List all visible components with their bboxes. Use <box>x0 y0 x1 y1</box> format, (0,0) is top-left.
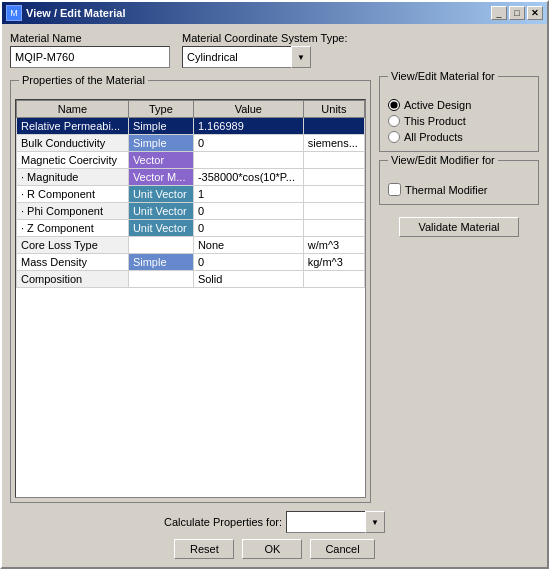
cell-name: Magnetic Coercivity <box>17 152 129 169</box>
table-row[interactable]: CompositionSolid <box>17 271 365 288</box>
table-row[interactable]: Mass DensitySimple0kg/m^3 <box>17 254 365 271</box>
close-button[interactable]: ✕ <box>527 6 543 20</box>
view-edit-modifier-title: View/Edit Modifier for <box>388 154 498 166</box>
main-window: M View / Edit Material _ □ ✕ Material Na… <box>0 0 549 569</box>
bottom-section: Calculate Properties for: ▼ Reset OK Can… <box>10 511 539 559</box>
thermal-modifier-label: Thermal Modifier <box>405 184 488 196</box>
table-row[interactable]: Core Loss TypeNonew/m^3 <box>17 237 365 254</box>
maximize-button[interactable]: □ <box>509 6 525 20</box>
coord-system-select-wrapper: Cylindrical Cartesian ▼ <box>182 46 347 68</box>
cell-name: · Phi Component <box>17 203 129 220</box>
window-icon: M <box>6 5 22 21</box>
coord-system-dropdown-arrow[interactable]: ▼ <box>291 46 311 68</box>
cell-value: -358000*cos(10*P... <box>193 169 303 186</box>
cell-type: Simple <box>128 135 193 152</box>
table-row[interactable]: · MagnitudeVector M...-358000*cos(10*P..… <box>17 169 365 186</box>
view-edit-material-group: View/Edit Material for Active Design Thi… <box>379 76 539 152</box>
cell-units <box>303 152 364 169</box>
radio-this-product[interactable]: This Product <box>388 115 530 127</box>
cell-units <box>303 271 364 288</box>
radio-active-design[interactable]: Active Design <box>388 99 530 111</box>
cell-value <box>193 152 303 169</box>
window-title: View / Edit Material <box>26 7 125 19</box>
table-row[interactable]: Relative Permeabi...Simple1.166989 <box>17 118 365 135</box>
cell-units: siemens... <box>303 135 364 152</box>
view-edit-modifier-group: View/Edit Modifier for Thermal Modifier <box>379 160 539 205</box>
properties-group-title: Properties of the Material <box>19 74 148 86</box>
cell-name: Bulk Conductivity <box>17 135 129 152</box>
button-row: Reset OK Cancel <box>174 539 374 559</box>
cell-units <box>303 186 364 203</box>
cell-type: Simple <box>128 118 193 135</box>
calc-row: Calculate Properties for: ▼ <box>164 511 385 533</box>
cancel-button[interactable]: Cancel <box>310 539 374 559</box>
radio-this-product-label: This Product <box>404 115 466 127</box>
cell-type: Unit Vector <box>128 186 193 203</box>
cell-value: 1 <box>193 186 303 203</box>
minimize-button[interactable]: _ <box>491 6 507 20</box>
coord-system-select[interactable]: Cylindrical Cartesian <box>182 46 292 68</box>
table-row[interactable]: · R ComponentUnit Vector1 <box>17 186 365 203</box>
coord-system-label: Material Coordinate System Type: <box>182 32 347 44</box>
cell-name: Core Loss Type <box>17 237 129 254</box>
cell-value: 1.166989 <box>193 118 303 135</box>
top-form: Material Name Material Coordinate System… <box>10 32 539 68</box>
cell-value: 0 <box>193 254 303 271</box>
window-content: Material Name Material Coordinate System… <box>2 24 547 567</box>
material-name-input[interactable] <box>10 46 170 68</box>
cell-name: · Z Component <box>17 220 129 237</box>
properties-group: Properties of the Material Name Type Val… <box>10 80 371 503</box>
cell-type <box>128 237 193 254</box>
checkbox-thermal[interactable]: Thermal Modifier <box>388 183 530 196</box>
cell-type: Vector <box>128 152 193 169</box>
table-row[interactable]: · Phi ComponentUnit Vector0 <box>17 203 365 220</box>
checkbox-group: Thermal Modifier <box>384 175 534 200</box>
col-value: Value <box>193 101 303 118</box>
cell-units <box>303 169 364 186</box>
cell-type <box>128 271 193 288</box>
material-name-group: Material Name <box>10 32 170 68</box>
thermal-modifier-checkbox[interactable] <box>388 183 401 196</box>
cell-type: Unit Vector <box>128 220 193 237</box>
cell-name: Relative Permeabi... <box>17 118 129 135</box>
validate-material-button[interactable]: Validate Material <box>399 217 519 237</box>
col-name: Name <box>17 101 129 118</box>
calc-select-wrapper: ▼ <box>286 511 385 533</box>
coord-system-group: Material Coordinate System Type: Cylindr… <box>182 32 347 68</box>
cell-units <box>303 203 364 220</box>
cell-name: · R Component <box>17 186 129 203</box>
table-row[interactable]: Bulk ConductivitySimple0siemens... <box>17 135 365 152</box>
col-type: Type <box>128 101 193 118</box>
cell-type: Unit Vector <box>128 203 193 220</box>
left-panel: Properties of the Material Name Type Val… <box>10 76 371 503</box>
calc-select[interactable] <box>286 511 366 533</box>
cell-units <box>303 220 364 237</box>
cell-value: None <box>193 237 303 254</box>
ok-button[interactable]: OK <box>242 539 302 559</box>
cell-name: Composition <box>17 271 129 288</box>
calc-label: Calculate Properties for: <box>164 516 282 528</box>
right-panel: View/Edit Material for Active Design Thi… <box>379 76 539 503</box>
properties-table: Name Type Value Units Relative Permeabi.… <box>16 100 365 288</box>
properties-table-wrapper: Name Type Value Units Relative Permeabi.… <box>15 99 366 498</box>
cell-units <box>303 118 364 135</box>
view-edit-material-title: View/Edit Material for <box>388 70 498 82</box>
cell-name: · Magnitude <box>17 169 129 186</box>
cell-type: Simple <box>128 254 193 271</box>
cell-value: 0 <box>193 203 303 220</box>
radio-all-products[interactable]: All Products <box>388 131 530 143</box>
table-row[interactable]: · Z ComponentUnit Vector0 <box>17 220 365 237</box>
reset-button[interactable]: Reset <box>174 539 234 559</box>
cell-units: kg/m^3 <box>303 254 364 271</box>
cell-value: Solid <box>193 271 303 288</box>
radio-all-products-label: All Products <box>404 131 463 143</box>
main-area: Properties of the Material Name Type Val… <box>10 76 539 503</box>
radio-group: Active Design This Product All Products <box>384 91 534 147</box>
cell-name: Mass Density <box>17 254 129 271</box>
table-header-row: Name Type Value Units <box>17 101 365 118</box>
cell-units: w/m^3 <box>303 237 364 254</box>
cell-type: Vector M... <box>128 169 193 186</box>
material-name-label: Material Name <box>10 32 170 44</box>
calc-dropdown-arrow[interactable]: ▼ <box>365 511 385 533</box>
table-row[interactable]: Magnetic CoercivityVector <box>17 152 365 169</box>
